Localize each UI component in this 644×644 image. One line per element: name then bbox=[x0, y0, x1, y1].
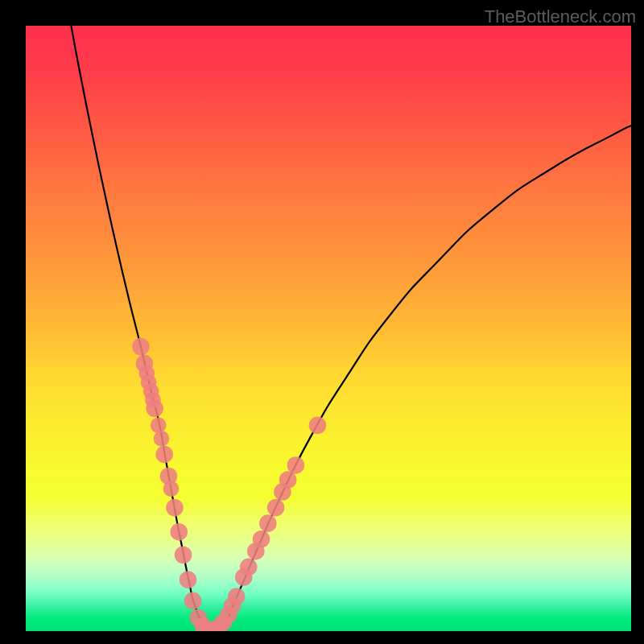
curve-dots-group bbox=[132, 338, 326, 631]
curve-dot bbox=[267, 499, 285, 517]
curve-dot bbox=[287, 456, 305, 474]
curve-dot bbox=[146, 399, 163, 417]
curve-dot bbox=[309, 417, 327, 435]
curve-dot bbox=[170, 523, 188, 541]
chart-frame: TheBottleneck.com bbox=[0, 0, 644, 644]
curve-dot bbox=[180, 571, 197, 588]
curve-dot bbox=[132, 338, 150, 356]
curve-dot bbox=[166, 499, 184, 517]
curve-dot bbox=[175, 546, 192, 564]
curve-dot bbox=[151, 417, 167, 433]
curve-dot bbox=[163, 481, 180, 497]
curve-dot bbox=[253, 530, 270, 548]
curve-dot bbox=[155, 446, 173, 464]
watermark-text: TheBottleneck.com bbox=[485, 6, 636, 27]
curve-dot bbox=[228, 588, 246, 605]
chart-plot-area bbox=[26, 26, 631, 631]
chart-svg bbox=[26, 26, 631, 631]
curve-dot bbox=[259, 514, 277, 532]
curve-dot bbox=[154, 431, 170, 447]
bottleneck-curve bbox=[71, 26, 631, 631]
curve-dot bbox=[184, 592, 202, 610]
curve-dot bbox=[240, 559, 258, 576]
